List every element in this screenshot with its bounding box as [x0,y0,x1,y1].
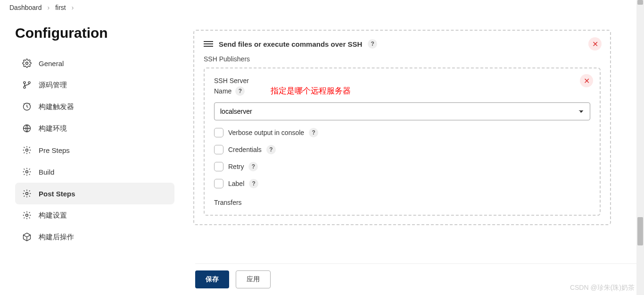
sidebar-item-label: Build [39,168,54,176]
retry-label: Retry [228,163,244,170]
save-button[interactable]: 保存 [195,270,229,288]
help-icon[interactable]: ? [249,179,258,188]
svg-point-1 [24,82,25,84]
ssh-publishers-label: SSH Publishers [204,55,601,63]
sidebar-item-label: 构建后操作 [39,233,74,242]
gear-icon [22,145,32,155]
breadcrumb-first[interactable]: first [55,4,66,11]
chevron-right-icon: › [72,4,74,11]
svg-point-7 [26,171,28,173]
sidebar-item-label: 源码管理 [39,81,67,90]
branch-icon [22,80,32,90]
label-checkbox[interactable] [214,179,223,188]
sidebar-item-poststeps[interactable]: Post Steps [15,183,174,204]
sidebar-item-label: Pre Steps [39,146,70,154]
chevron-right-icon: › [48,4,50,11]
sidebar-item-label: 构建环境 [39,124,67,133]
sidebar-item-environment[interactable]: 构建环境 [15,118,174,139]
clock-icon [22,101,32,112]
drag-handle-icon[interactable] [204,41,213,47]
sidebar-item-presteps[interactable]: Pre Steps [15,139,174,161]
page-title: Configuration [15,25,174,41]
gear-icon [22,167,32,177]
verbose-checkbox[interactable] [214,128,223,137]
ssh-server-panel: ✕ SSH Server Name ? 指定是哪个远程服务器 localserv… [204,67,601,216]
svg-point-2 [24,86,25,88]
sidebar-item-general[interactable]: General [15,52,174,74]
retry-checkbox[interactable] [214,162,223,171]
close-icon[interactable]: ✕ [580,74,593,87]
watermark: CSDN @珍朱(珠)奶茶 [570,284,635,292]
scroll-up-arrow[interactable] [637,0,643,5]
globe-icon [22,123,32,134]
svg-point-9 [26,214,28,217]
scrollbar-thumb[interactable] [637,217,643,245]
credentials-label: Credentials [228,146,262,153]
help-icon[interactable]: ? [368,39,377,49]
panel-title: Send files or execute commands over SSH [219,40,362,48]
help-icon[interactable]: ? [235,86,245,96]
ssh-server-name-select[interactable]: localserver [214,102,590,120]
sidebar-item-scm[interactable]: 源码管理 [15,74,174,96]
help-icon[interactable]: ? [266,145,276,154]
gear-icon [22,188,32,199]
svg-point-0 [26,62,28,65]
transfers-label: Transfers [214,199,590,206]
sidebar-item-build[interactable]: Build [15,161,174,183]
svg-point-6 [26,149,28,152]
label-label: Label [228,180,244,187]
sidebar-item-triggers[interactable]: 构建触发器 [15,96,174,118]
apply-button[interactable]: 应用 [236,270,271,288]
sidebar-item-label: General [39,59,64,67]
verbose-label: Verbose output in console [228,129,304,136]
breadcrumb-dashboard[interactable]: Dashboard [9,4,42,11]
ssh-server-section-label: SSH Server [214,77,590,84]
gear-icon [22,58,32,68]
svg-point-8 [26,193,28,195]
svg-point-3 [28,82,30,84]
name-field-label: Name [214,87,231,95]
sidebar-item-label: 构建触发器 [39,102,74,111]
sidebar: Configuration General 源码管理 构建触发器 构建环境 Pr… [0,16,184,257]
sidebar-item-label: 构建设置 [39,211,67,220]
help-icon[interactable]: ? [248,162,258,171]
annotation-text: 指定是哪个远程服务器 [271,85,351,96]
content-area: ✕ Send files or execute commands over SS… [184,16,644,257]
sidebar-item-buildsettings[interactable]: 构建设置 [15,204,174,226]
credentials-checkbox[interactable] [214,145,223,154]
close-icon[interactable]: ✕ [588,37,602,51]
help-icon[interactable]: ? [309,128,318,137]
sidebar-item-label: Post Steps [39,190,75,198]
sidebar-item-postbuild[interactable]: 构建后操作 [15,226,174,248]
breadcrumb: Dashboard › first › [0,0,644,16]
gear-icon [22,210,32,220]
ssh-step-panel: ✕ Send files or execute commands over SS… [193,30,611,225]
scrollbar[interactable] [636,0,644,295]
box-icon [22,232,32,242]
